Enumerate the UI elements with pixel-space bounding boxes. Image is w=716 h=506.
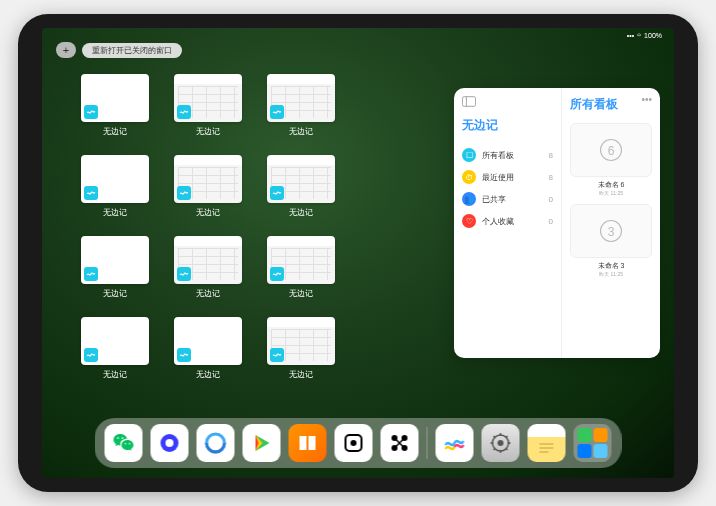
app-thumb-label: 无边记 bbox=[196, 369, 220, 380]
dock-settings-icon[interactable] bbox=[482, 424, 520, 462]
top-toolbar: + 重新打开已关闭的窗口 bbox=[56, 42, 182, 58]
sidebar-toggle-icon[interactable] bbox=[462, 96, 553, 109]
dock-connect-icon[interactable] bbox=[381, 424, 419, 462]
sidebar-item-count: 8 bbox=[549, 173, 553, 182]
freeform-app-icon bbox=[84, 186, 98, 200]
freeform-app-icon bbox=[84, 348, 98, 362]
freeform-app-icon bbox=[177, 267, 191, 281]
sidebar-item-label: 最近使用 bbox=[482, 172, 543, 183]
app-window-thumb[interactable]: 无边记 bbox=[260, 236, 341, 299]
sidebar-item-label: 已共享 bbox=[482, 194, 543, 205]
app-window-thumb[interactable]: 无边记 bbox=[260, 155, 341, 218]
app-thumb-label: 无边记 bbox=[196, 207, 220, 218]
dock-separator bbox=[427, 427, 428, 459]
sidebar-title: 无边记 bbox=[462, 117, 553, 134]
sidebar-item-icon: 👥 bbox=[462, 192, 476, 206]
app-thumb-label: 无边记 bbox=[289, 369, 313, 380]
app-thumb-label: 无边记 bbox=[103, 207, 127, 218]
svg-rect-0 bbox=[462, 97, 475, 107]
app-thumb-label: 无边记 bbox=[103, 288, 127, 299]
more-icon[interactable]: ••• bbox=[641, 94, 652, 105]
app-window-thumb[interactable]: 无边记 bbox=[74, 74, 155, 137]
status-bar: ••• ⌔ 100% bbox=[627, 32, 662, 39]
freeform-app-icon bbox=[270, 348, 284, 362]
dock-game-icon[interactable] bbox=[335, 424, 373, 462]
sidebar-item-label: 个人收藏 bbox=[482, 216, 543, 227]
sidebar-item[interactable]: 👥已共享0 bbox=[462, 188, 553, 210]
app-thumb-label: 无边记 bbox=[103, 369, 127, 380]
app-window-thumb[interactable]: 无边记 bbox=[74, 317, 155, 380]
sidebar-item-icon: ☐ bbox=[462, 148, 476, 162]
sidebar-item[interactable]: ♡个人收藏0 bbox=[462, 210, 553, 232]
freeform-app-icon bbox=[270, 105, 284, 119]
sidebar-item-count: 0 bbox=[549, 195, 553, 204]
app-thumb-label: 无边记 bbox=[103, 126, 127, 137]
battery-label: 100% bbox=[644, 32, 662, 39]
dock-quark-icon[interactable] bbox=[151, 424, 189, 462]
freeform-app-icon bbox=[84, 267, 98, 281]
board-card[interactable]: 3未命名 3昨天 11:25 bbox=[570, 204, 652, 277]
dock-wechat-icon[interactable] bbox=[105, 424, 143, 462]
app-window-thumb[interactable]: 无边记 bbox=[167, 74, 248, 137]
sidebar-item[interactable]: ☐所有看板8 bbox=[462, 144, 553, 166]
freeform-app-icon bbox=[270, 267, 284, 281]
sidebar-item-label: 所有看板 bbox=[482, 150, 543, 161]
svg-point-19 bbox=[498, 440, 504, 446]
app-window-thumb[interactable]: 无边记 bbox=[167, 236, 248, 299]
app-window-thumb[interactable]: 无边记 bbox=[167, 155, 248, 218]
panel-sidebar: 无边记 ☐所有看板8⏱最近使用8👥已共享0♡个人收藏0 bbox=[454, 88, 562, 358]
sidebar-item[interactable]: ⏱最近使用8 bbox=[462, 166, 553, 188]
freeform-app-icon bbox=[177, 105, 191, 119]
freeform-app-icon bbox=[177, 348, 191, 362]
dock-freeform-icon[interactable] bbox=[436, 424, 474, 462]
dock-books-icon[interactable] bbox=[289, 424, 327, 462]
board-preview: 3 bbox=[570, 204, 652, 258]
sidebar-item-count: 0 bbox=[549, 217, 553, 226]
app-thumb-label: 无边记 bbox=[289, 288, 313, 299]
panel-main-title: 所有看板 bbox=[570, 96, 652, 113]
freeform-app-icon bbox=[270, 186, 284, 200]
svg-text:3: 3 bbox=[608, 225, 615, 239]
svg-point-11 bbox=[351, 440, 357, 446]
app-window-thumb[interactable]: 无边记 bbox=[74, 236, 155, 299]
freeform-app-icon bbox=[84, 105, 98, 119]
svg-point-7 bbox=[166, 439, 174, 447]
wifi-icon: ⌔ bbox=[637, 32, 641, 39]
app-thumb-label: 无边记 bbox=[196, 288, 220, 299]
panel-main: ••• 所有看板 6未命名 6昨天 11:253未命名 3昨天 11:25 bbox=[562, 88, 660, 358]
new-window-button[interactable]: + bbox=[56, 42, 76, 58]
board-timestamp: 昨天 11:25 bbox=[570, 190, 652, 196]
stage-manager-panel: 无边记 ☐所有看板8⏱最近使用8👥已共享0♡个人收藏0 ••• 所有看板 6未命… bbox=[454, 88, 660, 358]
freeform-app-icon bbox=[177, 186, 191, 200]
signal-icon: ••• bbox=[627, 32, 634, 39]
app-window-thumb[interactable]: 无边记 bbox=[260, 74, 341, 137]
dock-qqbrowser-icon[interactable] bbox=[197, 424, 235, 462]
board-timestamp: 昨天 11:25 bbox=[570, 271, 652, 277]
app-thumb-label: 无边记 bbox=[289, 126, 313, 137]
board-card[interactable]: 6未命名 6昨天 11:25 bbox=[570, 123, 652, 196]
dock-notes-icon[interactable] bbox=[528, 424, 566, 462]
ipad-frame: ••• ⌔ 100% + 重新打开已关闭的窗口 无边记无边记无边记无边记无边记无… bbox=[18, 14, 698, 492]
board-preview: 6 bbox=[570, 123, 652, 177]
sidebar-item-count: 8 bbox=[549, 151, 553, 160]
sidebar-item-icon: ⏱ bbox=[462, 170, 476, 184]
dock-recent-folder[interactable] bbox=[574, 424, 612, 462]
app-window-thumb[interactable]: 无边记 bbox=[74, 155, 155, 218]
screen: ••• ⌔ 100% + 重新打开已关闭的窗口 无边记无边记无边记无边记无边记无… bbox=[42, 28, 674, 478]
app-thumb-label: 无边记 bbox=[289, 207, 313, 218]
board-name: 未命名 6 bbox=[570, 180, 652, 190]
sidebar-item-icon: ♡ bbox=[462, 214, 476, 228]
svg-text:6: 6 bbox=[608, 144, 615, 158]
app-switcher-grid: 无边记无边记无边记无边记无边记无边记无边记无边记无边记无边记无边记无边记 bbox=[74, 74, 434, 380]
board-name: 未命名 3 bbox=[570, 261, 652, 271]
app-window-thumb[interactable]: 无边记 bbox=[260, 317, 341, 380]
app-window-thumb[interactable]: 无边记 bbox=[167, 317, 248, 380]
app-thumb-label: 无边记 bbox=[196, 126, 220, 137]
reopen-closed-window-button[interactable]: 重新打开已关闭的窗口 bbox=[82, 43, 182, 58]
dock-media-icon[interactable] bbox=[243, 424, 281, 462]
dock bbox=[95, 418, 622, 468]
